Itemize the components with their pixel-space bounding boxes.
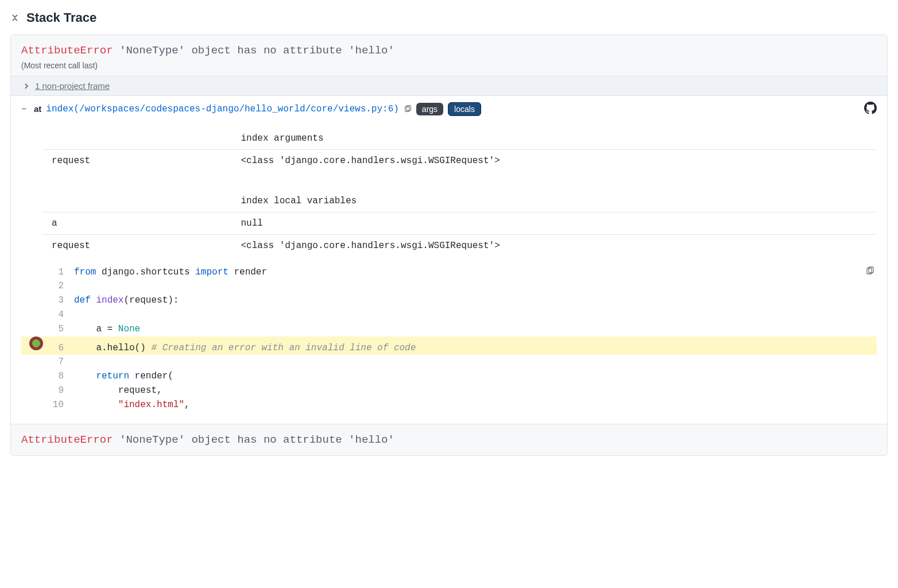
section-title: Stack Trace	[26, 10, 96, 25]
args-key: request	[42, 149, 232, 172]
code-line: 9 request,	[21, 384, 877, 398]
error-line: AttributeError 'NoneType' object has no …	[21, 43, 877, 59]
frame-function: index	[46, 104, 73, 114]
github-icon[interactable]	[864, 102, 877, 117]
args-val: <class 'django.core.handlers.wsgi.WSGIRe…	[232, 149, 877, 172]
locals-key: request	[42, 234, 232, 257]
locals-key: a	[42, 212, 232, 234]
collapsed-frames-link[interactable]: 1 non-project frame	[35, 81, 110, 91]
line-number: 6	[51, 341, 74, 355]
error-header: AttributeError 'NoneType' object has no …	[11, 35, 887, 76]
frame-location[interactable]: index(/workspaces/codespaces-django/hell…	[46, 104, 399, 114]
args-table: index arguments request <class 'django.c…	[42, 127, 877, 172]
code-context: 1from django.shortcuts import render23de…	[21, 265, 877, 412]
chevron-right-icon	[24, 81, 29, 91]
line-number: 2	[51, 279, 74, 293]
code-line: 10 "index.html",	[21, 398, 877, 412]
locals-table-header: index local variables	[232, 189, 877, 212]
code-text: from django.shortcuts import render	[74, 265, 267, 280]
code-text: a = None	[74, 322, 140, 336]
collapsed-frames-row[interactable]: 1 non-project frame	[11, 76, 887, 95]
code-text: def index(request):	[74, 293, 179, 308]
args-pill[interactable]: args	[416, 103, 443, 115]
table-row: request <class 'django.core.handlers.wsg…	[42, 149, 877, 172]
copy-code-icon[interactable]	[865, 266, 874, 278]
code-line: 5 a = None	[21, 322, 877, 336]
locals-pill[interactable]: locals	[448, 102, 481, 116]
section-header: Stack Trace	[10, 10, 888, 25]
line-number: 4	[51, 308, 74, 322]
code-text: "index.html",	[74, 398, 190, 412]
table-row: a null	[42, 212, 877, 234]
table-header-row: index arguments	[42, 127, 877, 149]
table-row: request <class 'django.core.handlers.wsg…	[42, 234, 877, 257]
line-number: 7	[51, 355, 74, 369]
error-message: 'NoneType' object has no attribute 'hell…	[119, 44, 394, 57]
error-message-footer: 'NoneType' object has no attribute 'hell…	[119, 434, 394, 446]
code-line: 2	[21, 279, 877, 293]
line-number: 5	[51, 322, 74, 336]
frame-header-row: − at index(/workspaces/codespaces-django…	[21, 102, 877, 117]
frame-at: at	[34, 104, 41, 114]
args-table-header: index arguments	[232, 127, 877, 149]
collapse-vertical-icon[interactable]	[10, 12, 20, 24]
code-text: request,	[74, 384, 162, 398]
blame-avatar[interactable]	[29, 336, 43, 350]
line-number: 10	[51, 398, 74, 412]
code-line: 6 a.hello() # Creating an error with an …	[21, 336, 877, 355]
copy-path-icon[interactable]	[404, 105, 412, 113]
code-line: 4	[21, 308, 877, 322]
locals-table-wrap: index local variables a null request <cl…	[42, 189, 877, 257]
line-number: 1	[51, 265, 74, 280]
table-header-row: index local variables	[42, 189, 877, 212]
locals-val: null	[232, 212, 877, 234]
code-line: 7	[21, 355, 877, 369]
line-number: 9	[51, 384, 74, 398]
error-footer: AttributeError 'NoneType' object has no …	[11, 424, 887, 456]
error-class-footer: AttributeError	[21, 434, 113, 446]
error-line-footer: AttributeError 'NoneType' object has no …	[21, 432, 877, 448]
args-table-wrap: index arguments request <class 'django.c…	[42, 127, 877, 172]
code-line: 1from django.shortcuts import render	[21, 265, 877, 280]
frame-path: (/workspaces/codespaces-django/hello_wor…	[73, 104, 399, 114]
code-line: 8 return render(	[21, 369, 877, 384]
error-subnote: (Most recent call last)	[21, 61, 877, 70]
line-number: 8	[51, 369, 74, 384]
locals-val: <class 'django.core.handlers.wsgi.WSGIRe…	[232, 234, 877, 257]
frame-collapse-toggle[interactable]: −	[21, 104, 29, 114]
locals-table: index local variables a null request <cl…	[42, 189, 877, 257]
code-text: a.hello() # Creating an error with an in…	[74, 341, 416, 355]
error-class: AttributeError	[21, 44, 113, 57]
code-text: return render(	[74, 369, 173, 384]
code-line: 3def index(request):	[21, 293, 877, 308]
frame: − at index(/workspaces/codespaces-django…	[11, 95, 887, 424]
stack-trace-card: AttributeError 'NoneType' object has no …	[10, 34, 888, 456]
line-number: 3	[51, 293, 74, 308]
